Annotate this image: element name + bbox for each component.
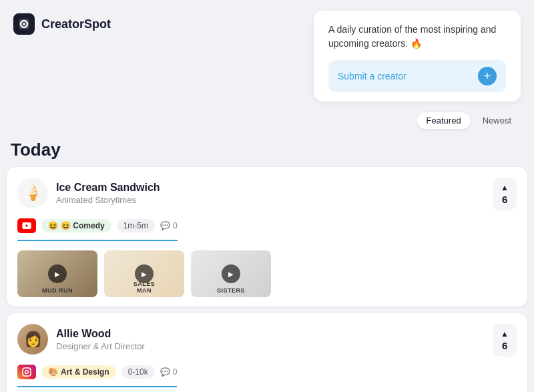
video-title-2: SALESMAN: [104, 280, 184, 294]
tags-row: 😆 😆 Comedy 1m-5m 💬 0: [17, 218, 178, 241]
comment-count: 0: [173, 221, 178, 230]
creator-info: 🍦 Ice Cream Sandwich Animated Storytimes: [17, 178, 160, 208]
app-name: CreatorSpot: [41, 17, 111, 31]
header-right: A daily curation of the most inspiring a…: [314, 11, 521, 129]
comment-icon: 💬: [160, 221, 170, 230]
video-title-3: SISTERS: [191, 287, 271, 294]
creator-card-ice-cream-sandwich: 🍦 Ice Cream Sandwich Animated Storytimes…: [7, 167, 527, 307]
upvote-button[interactable]: ▲ 6: [493, 178, 517, 210]
creator-details-2: Allie Wood Designer & Art Director: [56, 328, 145, 351]
video-thumb-1[interactable]: ▶ MUD RUN: [17, 250, 97, 297]
avatar-allie: 👩: [17, 324, 48, 355]
comment-icon-2: 💬: [160, 367, 170, 377]
tags-row-2: 🎨 Art & Design 0-10k 💬 0: [17, 365, 177, 387]
page-title: Today: [0, 134, 534, 167]
logo-area: CreatorSpot: [13, 11, 111, 35]
creator-subtitle-2: Designer & Art Director: [56, 341, 145, 351]
logo-icon: [13, 13, 35, 35]
svg-point-2: [23, 23, 25, 25]
submit-bar: Submit a creator +: [328, 60, 506, 92]
vote-count: 6: [502, 194, 507, 205]
vote-count-2: 6: [502, 340, 507, 351]
instagram-platform-icon[interactable]: [17, 365, 36, 379]
creator-card-allie-wood: 👩 Allie Wood Designer & Art Director ▲ 6…: [7, 313, 527, 392]
submit-creator-button[interactable]: +: [478, 67, 497, 85]
header: CreatorSpot A daily curation of the most…: [0, 0, 534, 134]
creator-info-2: 👩 Allie Wood Designer & Art Director: [17, 324, 145, 355]
duration-tag[interactable]: 1m-5m: [117, 219, 155, 232]
comments-tag-2[interactable]: 💬 0: [160, 367, 178, 377]
art-label: Art & Design: [61, 367, 109, 377]
video-title-1: MUD RUN: [17, 287, 97, 294]
comedy-label: 😆 Comedy: [61, 221, 105, 230]
video-thumb-3[interactable]: ▶ SISTERS: [191, 250, 271, 297]
svg-point-6: [29, 369, 29, 370]
upvote-icon-2: ▲: [501, 329, 509, 339]
comment-count-2: 0: [173, 367, 178, 377]
video-thumbnails: ▶ MUD RUN ▶ SALESMAN ▶ SISTERS: [17, 250, 517, 297]
hero-card: A daily curation of the most inspiring a…: [314, 11, 521, 102]
comedy-tag[interactable]: 😆 😆 Comedy: [41, 219, 111, 232]
play-icon-1: ▶: [48, 264, 67, 283]
avatar: 🍦: [17, 178, 48, 208]
creator-name: Ice Cream Sandwich: [56, 182, 160, 194]
creator-name-2: Allie Wood: [56, 328, 145, 340]
comedy-emoji: 😆: [48, 221, 58, 230]
svg-rect-4: [23, 368, 31, 376]
upvote-icon: ▲: [501, 183, 509, 192]
tab-newest[interactable]: Newest: [473, 112, 521, 129]
upvote-button-2[interactable]: ▲ 6: [493, 324, 517, 357]
play-icon-3: ▶: [222, 264, 240, 283]
creator-details: Ice Cream Sandwich Animated Storytimes: [56, 182, 160, 205]
video-thumb-2[interactable]: ▶ SALESMAN: [104, 250, 184, 297]
tab-featured[interactable]: Featured: [417, 112, 471, 129]
creator-subtitle: Animated Storytimes: [56, 195, 160, 205]
followers-tag[interactable]: 0-10k: [121, 365, 155, 379]
submit-label: Submit a creator: [338, 71, 407, 81]
youtube-platform-icon[interactable]: [17, 218, 36, 233]
filter-tabs: Featured Newest: [417, 112, 521, 129]
card-top-2: 👩 Allie Wood Designer & Art Director ▲ 6: [17, 324, 517, 357]
art-emoji: 🎨: [48, 367, 58, 377]
art-design-tag[interactable]: 🎨 Art & Design: [41, 365, 116, 379]
comments-tag[interactable]: 💬 0: [160, 221, 178, 230]
hero-description: A daily curation of the most inspiring a…: [328, 23, 506, 51]
card-top: 🍦 Ice Cream Sandwich Animated Storytimes…: [17, 178, 517, 210]
svg-point-5: [25, 371, 29, 374]
